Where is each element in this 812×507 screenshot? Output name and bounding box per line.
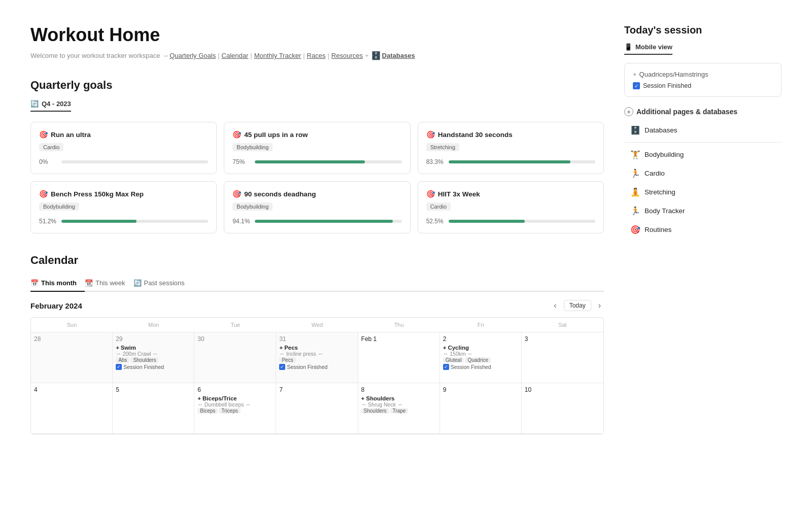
additional-section: + Additional pages & databases 🗄️ Databa…	[624, 107, 782, 239]
goal-card-name-4: 90 seconds deadhang	[244, 190, 316, 198]
cal-date-1-0: 4	[34, 386, 109, 393]
goal-card-5[interactable]: 🎯 HIIT 3x Week Cardio 52.5%	[418, 181, 604, 233]
cal-day-header-sat: Sat	[522, 318, 603, 332]
goal-pct-5: 52.5%	[426, 218, 445, 225]
goal-card-0[interactable]: 🎯 Run an ultra Cardio 0%	[30, 122, 217, 174]
goals-grid: 🎯 Run an ultra Cardio 0% 🎯 45 pull ups i…	[30, 122, 604, 233]
cal-date-1-1: 5	[116, 386, 191, 393]
sidebar-link-cardio[interactable]: 🏃 Cardio	[624, 164, 782, 182]
cal-event-detail-1-4-0: ↔ Shrug Neck ↔	[361, 401, 436, 408]
breadcrumb-intro: Welcome to your workout tracker workspac…	[30, 52, 168, 59]
calendar-title: Calendar	[30, 254, 604, 267]
cal-detail-icon: ↔	[443, 351, 449, 357]
calendar-prev-btn[interactable]: ‹	[551, 300, 559, 311]
cal-add-icon: +	[279, 345, 283, 351]
goal-card-title-1: 🎯 45 pull ups in a row	[232, 130, 401, 139]
goal-bar-bg-3	[61, 220, 208, 223]
todays-session-title: Today's session	[624, 24, 782, 36]
cal-date-0-5: 2	[443, 335, 518, 343]
breadcrumb-resources[interactable]: Resources	[331, 52, 363, 59]
goal-tag-4: Bodybuilding	[232, 202, 273, 211]
calendar-tab-this-week[interactable]: 📆 This week	[85, 275, 133, 292]
breadcrumb-quarterly-goals[interactable]: Quarterly Goals	[170, 52, 216, 59]
goal-icon-2: 🎯	[426, 130, 435, 139]
calendar-grid: SunMonTueWedThuFriSat2829+ Swim↔ 200m Cr…	[30, 317, 604, 434]
sidebar-link-label-5: Routines	[645, 226, 671, 233]
cal-cell-1-2: 6+ Biceps/Trice↔ Dumbbell biceps ↔Biceps…	[194, 383, 276, 434]
breadcrumb-monthly-tracker[interactable]: Monthly Tracker	[254, 52, 301, 59]
breadcrumb-calendar[interactable]: Calendar	[222, 52, 249, 59]
sidebar-link-label-1: Bodybuilding	[645, 151, 684, 158]
cal-date-0-1: 29	[116, 335, 191, 343]
breadcrumb-races[interactable]: Races	[307, 52, 326, 59]
calendar-next-btn[interactable]: ›	[595, 300, 604, 311]
cal-date-1-3: 7	[279, 386, 354, 393]
additional-title-text: Additional pages & databases	[636, 108, 737, 116]
cal-event-0-5-0[interactable]: + Cycling↔ 150km ↔GlutealQuadrice✓Sessio…	[443, 345, 518, 370]
quarter-tab[interactable]: 🔄 Q4 - 2023	[30, 100, 71, 112]
goal-tag-2: Stretching	[426, 143, 460, 151]
cal-tag: Shoulders	[130, 357, 158, 363]
sidebar-link-databases[interactable]: 🗄️ Databases	[624, 121, 782, 139]
cal-tag: Trape	[390, 408, 409, 414]
calendar-section: Calendar 📅 This month 📆 This week 🔄 Past…	[30, 254, 604, 434]
cal-event-0-3-0[interactable]: + Pecs↔ Incline press ↔Pecs✓Session Fini…	[279, 345, 354, 370]
quarter-refresh-icon: 🔄	[30, 100, 39, 108]
cal-event-0-1-0[interactable]: + Swim↔ 200m Crawl ↔AbsShoulders✓Session…	[116, 345, 191, 370]
sidebar-link-stretching[interactable]: 🧘 Stretching	[624, 183, 782, 201]
calendar-today-btn[interactable]: Today	[564, 300, 591, 311]
calendar-tab-month-label: This month	[41, 279, 77, 287]
calendar-tab-past-sessions[interactable]: 🔄 Past sessions	[133, 275, 193, 292]
goal-card-2[interactable]: 🎯 Handstand 30 seconds Stretching 83.3%	[418, 122, 604, 174]
goal-card-title-2: 🎯 Handstand 30 seconds	[426, 130, 595, 139]
breadcrumb-db-icon: 🗄️	[371, 51, 381, 60]
cal-add-icon: +	[443, 345, 447, 351]
goal-bar-fill-2	[449, 160, 570, 163]
calendar-tab-this-month[interactable]: 📅 This month	[30, 275, 85, 292]
cal-event-title-1-4-0: + Shoulders	[361, 395, 436, 401]
sidebar-links: 🗄️ Databases 🏋️ Bodybuilding 🏃 Cardio 🧘 …	[624, 121, 782, 239]
cal-cell-0-0: 28	[31, 332, 113, 383]
cal-cell-1-3: 7	[276, 383, 358, 434]
sidebar-link-body-tracker[interactable]: 🏃 Body Tracker	[624, 202, 782, 220]
goal-icon-0: 🎯	[39, 130, 48, 139]
cal-tags-0-5-0: GlutealQuadrice	[443, 357, 518, 363]
sidebar-link-icon-1: 🏋️	[630, 150, 640, 159]
goal-icon-5: 🎯	[426, 190, 435, 198]
goal-icon-3: 🎯	[39, 190, 48, 198]
session-item-title-0: + Quadriceps/Hamstrings	[633, 71, 773, 78]
goal-bar-fill-3	[61, 220, 137, 223]
cal-event-1-2-0[interactable]: + Biceps/Trice↔ Dumbbell biceps ↔BicepsT…	[197, 395, 273, 414]
sidebar-link-routines[interactable]: 🎯 Routines	[624, 221, 782, 239]
goal-card-4[interactable]: 🎯 90 seconds deadhang Bodybuilding 94.1%	[224, 181, 410, 233]
goal-icon-1: 🎯	[232, 130, 241, 139]
goal-bar-bg-2	[449, 160, 595, 163]
session-mobile-view-tab[interactable]: 📱 Mobile view	[624, 43, 672, 55]
breadcrumb: Welcome to your workout tracker workspac…	[30, 51, 604, 60]
goal-card-title-5: 🎯 HIIT 3x Week	[426, 190, 595, 198]
breadcrumb-databases[interactable]: Databases	[382, 52, 415, 59]
cal-event-detail-0-5-0: ↔ 150km ↔	[443, 351, 518, 357]
cal-checkbox-box: ✓	[443, 364, 449, 370]
session-item-0[interactable]: + Quadriceps/Hamstrings ✓ Session Finish…	[624, 63, 782, 97]
cal-day-header-thu: Thu	[358, 318, 440, 332]
sidebar-link-bodybuilding[interactable]: 🏋️ Bodybuilding	[624, 146, 782, 163]
cal-date-0-2: 30	[197, 335, 273, 343]
goal-card-3[interactable]: 🎯 Bench Press 150kg Max Rep Bodybuilding…	[30, 181, 217, 233]
sidebar-link-label-4: Body Tracker	[645, 207, 685, 215]
cal-detail-icon: ↔	[279, 351, 285, 357]
cal-cell-1-1: 5	[113, 383, 194, 434]
calendar-tab-week-icon: 📆	[85, 279, 93, 287]
cal-event-1-4-0[interactable]: + Shoulders↔ Shrug Neck ↔ShouldersTrape	[361, 395, 436, 414]
sidebar-divider	[624, 142, 782, 143]
cal-tags-0-1-0: AbsShoulders	[116, 357, 191, 363]
cal-finished-label: Session Finished	[451, 364, 491, 370]
goal-card-name-1: 45 pull ups in a row	[244, 131, 308, 139]
goal-card-1[interactable]: 🎯 45 pull ups in a row Bodybuilding 75%	[224, 122, 410, 174]
cal-tag: Triceps	[219, 408, 240, 414]
session-finished-row-0: ✓ Session Finished	[633, 82, 773, 89]
cal-cell-0-5: 2+ Cycling↔ 150km ↔GlutealQuadrice✓Sessi…	[440, 332, 522, 383]
cal-tag: Shoulders	[361, 408, 389, 414]
goal-card-name-5: HIIT 3x Week	[438, 190, 480, 198]
session-add-icon-0: +	[633, 71, 637, 78]
